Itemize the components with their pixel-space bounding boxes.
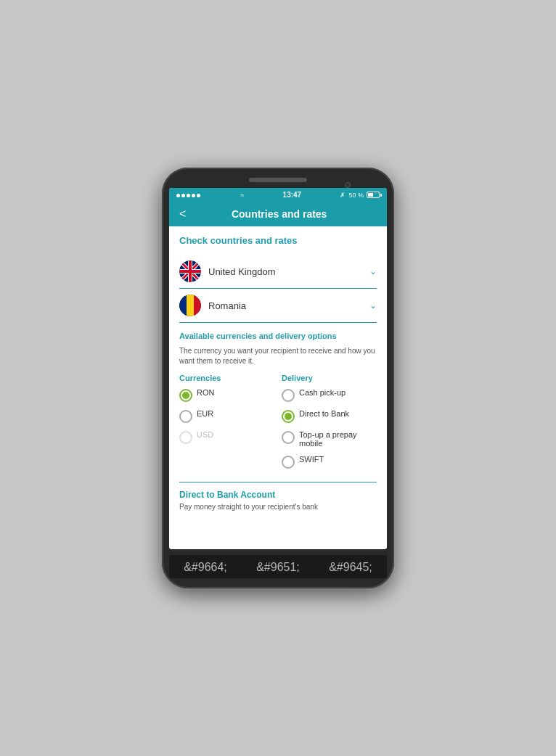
currency-usd-label: USD (197, 430, 213, 439)
currency-usd-row: USD (179, 430, 274, 444)
currencies-section: Available currencies and delivery option… (179, 332, 377, 476)
status-time: 13:47 (283, 191, 302, 199)
country-row-uk[interactable]: United Kingdom ⌄ (179, 255, 377, 289)
currency-ron-label: RON (197, 388, 214, 397)
delivery-cash-radio[interactable] (282, 389, 295, 402)
uk-flag (179, 260, 201, 282)
screen-content: Check countries and rates (169, 226, 387, 549)
delivery-topup-row[interactable]: Top-up a prepay mobile (282, 430, 377, 448)
currency-eur-label: EUR (197, 409, 213, 418)
currency-eur-row[interactable]: EUR (179, 409, 274, 423)
phone-camera (345, 182, 351, 188)
available-currencies-title: Available currencies and delivery option… (179, 332, 377, 340)
currencies-description: The currency you want your recipient to … (179, 346, 377, 366)
nav-home-button[interactable]: &#9651; (256, 561, 300, 574)
delivery-column-header: Delivery (282, 374, 377, 382)
currency-ron-radio[interactable] (179, 389, 192, 402)
delivery-bank-radio[interactable] (282, 410, 295, 423)
battery-percent: 50 % (348, 192, 364, 199)
page-title: Countries and rates (193, 208, 365, 220)
currencies-delivery-columns: Currencies RON EUR USD (179, 374, 377, 476)
wifi-icon: ≈ (240, 192, 244, 199)
battery-icon (367, 192, 380, 198)
phone-device: ≈ 13:47 ✗ 50 % < Countries and rates Che… (162, 168, 394, 588)
status-right: ✗ 50 % (340, 192, 380, 199)
bottom-section: Direct to Bank Account Pay money straigh… (179, 482, 377, 511)
back-button[interactable]: < (179, 208, 186, 221)
delivery-bank-label: Direct to Bank (299, 409, 349, 418)
battery-fill (368, 193, 373, 197)
uk-chevron-icon: ⌄ (369, 266, 377, 276)
delivery-cash-row[interactable]: Cash pick-up (282, 388, 377, 402)
app-header: < Countries and rates (169, 202, 387, 226)
delivery-bank-row[interactable]: Direct to Bank (282, 409, 377, 423)
currency-eur-radio[interactable] (179, 410, 192, 423)
svg-rect-15 (194, 295, 201, 316)
nav-recent-button[interactable]: &#9645; (329, 561, 372, 574)
currencies-column-header: Currencies (179, 374, 274, 382)
currency-usd-radio (179, 431, 192, 444)
ro-flag (179, 295, 201, 316)
bluetooth-icon: ✗ (340, 192, 346, 199)
bottom-section-title: Direct to Bank Account (179, 490, 377, 500)
phone-speaker (249, 178, 307, 182)
nav-bar: &#9664; &#9651; &#9645; (169, 555, 387, 578)
signal-dots (176, 191, 202, 199)
country-row-ro[interactable]: Romania ⌄ (179, 289, 377, 323)
delivery-swift-radio[interactable] (282, 456, 295, 469)
delivery-topup-radio[interactable] (282, 431, 295, 444)
nav-back-button[interactable]: &#9664; (184, 561, 227, 574)
svg-rect-14 (187, 295, 194, 316)
delivery-column: Delivery Cash pick-up Direct to Bank Top… (282, 374, 377, 476)
svg-rect-13 (179, 295, 187, 316)
ro-chevron-icon: ⌄ (369, 300, 377, 311)
check-countries-title: Check countries and rates (179, 235, 377, 246)
status-bar: ≈ 13:47 ✗ 50 % (169, 188, 387, 202)
bottom-section-text: Pay money straight to your recipient's b… (179, 503, 377, 511)
uk-country-name: United Kingdom (208, 266, 369, 277)
delivery-topup-label: Top-up a prepay mobile (299, 430, 377, 448)
delivery-swift-label: SWIFT (299, 455, 324, 464)
svg-rect-10 (179, 270, 201, 273)
ro-country-name: Romania (208, 300, 369, 311)
currency-ron-row[interactable]: RON (179, 388, 274, 402)
phone-screen: ≈ 13:47 ✗ 50 % < Countries and rates Che… (169, 188, 387, 549)
delivery-swift-row[interactable]: SWIFT (282, 455, 377, 469)
currencies-column: Currencies RON EUR USD (179, 374, 274, 476)
delivery-cash-label: Cash pick-up (299, 388, 346, 397)
